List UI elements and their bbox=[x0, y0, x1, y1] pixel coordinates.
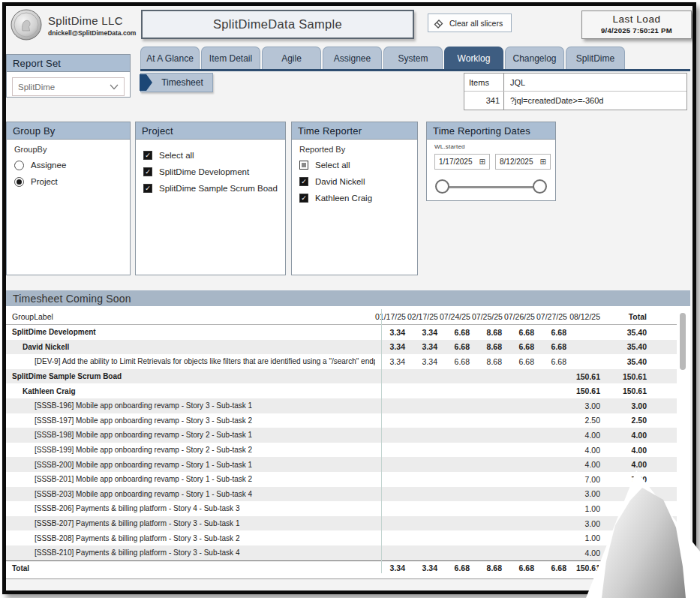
tab-bar: At A GlanceItem DetailAgileAssigneeSyste… bbox=[140, 47, 625, 69]
items-header: Items bbox=[464, 78, 503, 87]
table-row[interactable]: [SSSB-203] Mobile app onboarding revamp … bbox=[6, 487, 677, 502]
column-header-total: Total bbox=[602, 312, 649, 321]
checkbox-label: SplitDime Sample Scrum Boad bbox=[159, 184, 278, 193]
cell-value: 150.61 bbox=[569, 386, 602, 395]
table-row[interactable]: SplitDime Sample Scrum Boad150.61150.61 bbox=[6, 369, 677, 384]
checkbox-splitdime-development[interactable]: SplitDime Development bbox=[143, 164, 285, 180]
table-row[interactable]: [SSSB-197] Mobile app onboarding revamp … bbox=[6, 413, 677, 428]
cell-total: 4.00 bbox=[602, 446, 649, 455]
checkbox-label: David Nickell bbox=[315, 177, 365, 186]
row-label: [SSSB-208] Payments & billing platform -… bbox=[6, 534, 375, 542]
report-title: SplitDimeData Sample bbox=[141, 10, 414, 39]
clear-all-slicers-button[interactable]: Clear all slicers bbox=[428, 14, 512, 32]
cell-value: 4.00 bbox=[569, 431, 602, 440]
checkbox-label: Select all bbox=[159, 151, 194, 160]
table-row[interactable]: [SSSB-201] Mobile app onboarding revamp … bbox=[6, 472, 677, 487]
row-label: [SSSB-198] Mobile app onboarding revamp … bbox=[6, 431, 375, 439]
end-date-value: 8/12/2025 bbox=[500, 158, 533, 166]
report-title-text: SplitDimeData Sample bbox=[213, 17, 342, 32]
row-label: [SSSB-200] Mobile app onboarding revamp … bbox=[6, 461, 375, 469]
tab-system[interactable]: System bbox=[383, 47, 443, 69]
eraser-icon bbox=[433, 17, 445, 29]
table-row[interactable]: [SSSB-206] Payments & billing platform -… bbox=[6, 501, 677, 516]
cell-value: 3.34 bbox=[375, 342, 407, 351]
cell-total: 150.61 bbox=[602, 372, 649, 381]
tab-splitdime[interactable]: SplitDime bbox=[566, 47, 625, 69]
table-total-row[interactable]: Total3.343.346.688.686.686.68150.61 bbox=[6, 560, 677, 576]
table-row[interactable]: [DEV-9] Add the ability to Limit Retriev… bbox=[6, 354, 677, 369]
table-header-row: GroupLabel01/17/2502/17/2507/24/2507/25/… bbox=[6, 309, 677, 325]
table-row[interactable]: [SSSB-198] Mobile app onboarding revamp … bbox=[6, 428, 677, 443]
vertical-scrollbar-thumb[interactable] bbox=[680, 313, 686, 370]
table-row[interactable]: Kathleen Craig150.61150.61 bbox=[6, 383, 677, 398]
time-reporter-field-label: Reported By bbox=[292, 140, 417, 155]
cell-value: 6.68 bbox=[504, 563, 536, 572]
cell-value: 3.34 bbox=[407, 328, 440, 337]
checkbox-splitdime-sample-scrum-boad[interactable]: SplitDime Sample Scrum Boad bbox=[143, 180, 285, 197]
report-frame: SplitDime LLC dnickell@SplitDimeData.com… bbox=[2, 2, 696, 594]
checkbox-label: SplitDime Development bbox=[159, 167, 249, 176]
tab-agile[interactable]: Agile bbox=[262, 47, 321, 69]
group-by-header: Group By bbox=[6, 122, 131, 140]
last-load-label: Last Load bbox=[582, 14, 691, 25]
row-label: [SSSB-199] Mobile app onboarding revamp … bbox=[6, 446, 375, 454]
start-date-input[interactable]: 1/17/2025 ⊞ bbox=[434, 154, 490, 170]
time-reporter-options: Select allDavid NickellKathleen Craig bbox=[292, 155, 417, 206]
company-name: SplitDime LLC bbox=[48, 14, 136, 27]
radio-label: Assignee bbox=[31, 161, 66, 170]
row-label: [DEV-9] Add the ability to Limit Retriev… bbox=[6, 357, 375, 365]
row-label: [SSSB-206] Payments & billing platform -… bbox=[6, 504, 375, 512]
clear-all-slicers-label: Clear all slicers bbox=[449, 19, 503, 28]
start-date-value: 1/17/2025 bbox=[439, 158, 473, 166]
cell-value: 3.34 bbox=[375, 357, 407, 366]
cell-value: 8.68 bbox=[472, 342, 504, 351]
checkbox-select-all[interactable]: Select all bbox=[143, 147, 285, 164]
slider-handle-end[interactable] bbox=[533, 179, 547, 194]
report-set-panel: Report Set SplitDime bbox=[6, 54, 131, 98]
company-email: dnickell@SplitDimeData.com bbox=[48, 29, 136, 37]
project-options: Select allSplitDime DevelopmentSplitDime… bbox=[136, 140, 285, 197]
subtab-timesheet[interactable]: Timesheet bbox=[140, 73, 213, 92]
table-row[interactable]: [SSSB-210] Payments & billing platform -… bbox=[6, 545, 677, 560]
table-row[interactable]: SplitDime Development3.343.346.688.686.6… bbox=[6, 325, 677, 340]
project-panel: Project Select allSplitDime DevelopmentS… bbox=[135, 122, 286, 275]
table-row[interactable]: [SSSB-208] Payments & billing platform -… bbox=[6, 530, 677, 545]
cell-value: 3.34 bbox=[407, 563, 440, 572]
radio-project[interactable]: Project bbox=[14, 173, 130, 190]
table-row[interactable]: [SSSB-199] Mobile app onboarding revamp … bbox=[6, 443, 677, 458]
table-row[interactable]: [SSSB-200] Mobile app onboarding revamp … bbox=[6, 457, 677, 472]
cell-value: 3.34 bbox=[407, 342, 440, 351]
cell-value: 150.61 bbox=[569, 372, 602, 381]
cell-value: 8.68 bbox=[472, 563, 504, 572]
row-label: Kathleen Craig bbox=[6, 387, 375, 395]
timesheet-matrix: GroupLabel01/17/2502/17/2507/24/2507/25/… bbox=[6, 306, 690, 579]
table-row[interactable]: [SSSB-196] Mobile app onboarding revamp … bbox=[6, 398, 677, 413]
tab-assignee[interactable]: Assignee bbox=[323, 47, 382, 69]
table-row[interactable]: David Nickell3.343.346.688.686.686.6835.… bbox=[6, 340, 677, 355]
column-header-date: 01/17/25 bbox=[375, 312, 407, 321]
cell-value: 3.34 bbox=[407, 357, 440, 366]
table-row[interactable]: [SSSB-207] Payments & billing platform -… bbox=[6, 516, 677, 531]
checkbox-kathleen-craig[interactable]: Kathleen Craig bbox=[299, 190, 417, 206]
cell-value: 6.68 bbox=[536, 563, 569, 572]
tab-at-a-glance[interactable]: At A Glance bbox=[140, 47, 200, 69]
date-range-slider bbox=[437, 179, 545, 197]
cell-value: 6.68 bbox=[440, 563, 472, 572]
time-reporter-header: Time Reporter bbox=[291, 122, 418, 140]
radio-assignee[interactable]: Assignee bbox=[14, 157, 130, 173]
cell-value: 6.68 bbox=[536, 342, 569, 351]
checkbox-david-nickell[interactable]: David Nickell bbox=[299, 173, 417, 190]
report-set-dropdown[interactable]: SplitDime bbox=[12, 77, 125, 96]
tab-changelog[interactable]: Changelog bbox=[505, 47, 564, 69]
tab-item-detail[interactable]: Item Detail bbox=[201, 47, 260, 69]
slider-handle-start[interactable] bbox=[435, 179, 449, 194]
cell-value: 1.00 bbox=[569, 533, 602, 542]
checkbox-select-all[interactable]: Select all bbox=[299, 157, 417, 173]
checkbox-icon bbox=[299, 161, 308, 170]
tab-worklog[interactable]: Worklog bbox=[444, 47, 503, 69]
cell-value: 2.50 bbox=[569, 416, 602, 425]
last-load-timestamp: 9/4/2025 7:50:21 PM bbox=[582, 26, 691, 35]
subtab-arrow-icon bbox=[140, 74, 152, 91]
calendar-icon: ⊞ bbox=[540, 158, 546, 166]
end-date-input[interactable]: 8/12/2025 ⊞ bbox=[495, 154, 551, 170]
